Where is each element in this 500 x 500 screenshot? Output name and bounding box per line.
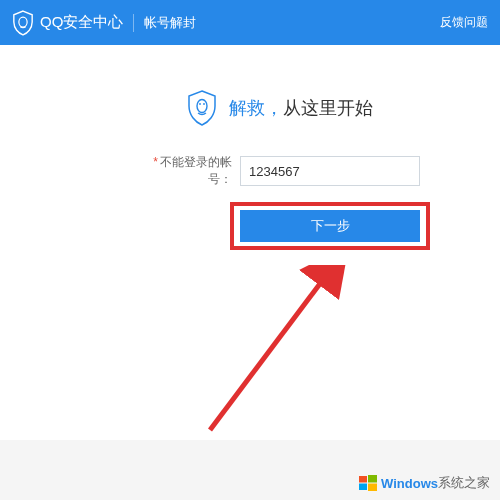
account-label: *不能登录的帐号：: [140, 154, 232, 188]
feedback-link[interactable]: 反馈问题: [440, 14, 488, 31]
button-row: 下一步: [240, 210, 480, 242]
shield-logo-icon: [12, 10, 34, 36]
page-name: 帐号解封: [144, 14, 196, 32]
svg-point-0: [19, 17, 27, 27]
account-form-row: *不能登录的帐号：: [140, 154, 480, 188]
app-header: QQ安全中心 帐号解封 反馈问题: [0, 0, 500, 45]
heading-suffix: 从这里开始: [283, 98, 373, 118]
svg-rect-6: [359, 476, 367, 483]
required-mark: *: [153, 155, 158, 169]
heading-prefix: 解救，: [229, 98, 283, 118]
watermark-suffix: 系统之家: [438, 474, 490, 492]
main-content: 解救，从这里开始 *不能登录的帐号： 下一步: [0, 45, 500, 440]
account-input[interactable]: [240, 156, 420, 186]
svg-point-3: [203, 103, 205, 105]
svg-rect-7: [368, 475, 377, 483]
watermark-brand: Windows: [381, 476, 438, 491]
heading-row: 解救，从这里开始: [80, 90, 480, 126]
app-title: QQ安全中心: [40, 13, 123, 32]
penguin-shield-icon: [187, 90, 217, 126]
watermark: Windows 系统之家: [359, 474, 490, 492]
header-divider: [133, 14, 134, 32]
svg-rect-9: [368, 484, 377, 492]
svg-point-2: [199, 103, 201, 105]
svg-rect-8: [359, 484, 367, 491]
next-button[interactable]: 下一步: [240, 210, 420, 242]
svg-point-1: [197, 100, 207, 113]
windows-icon: [359, 474, 377, 492]
page-heading: 解救，从这里开始: [229, 96, 373, 120]
